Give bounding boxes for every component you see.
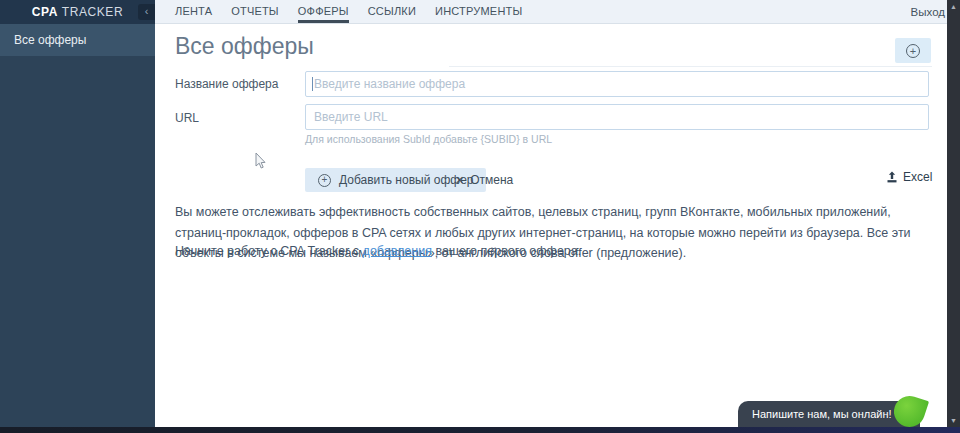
sidebar-item-all-offers[interactable]: Все офферы bbox=[0, 24, 155, 56]
tab-offery[interactable]: ОФФЕРЫ bbox=[298, 0, 349, 23]
cancel-label: Отмена bbox=[470, 173, 513, 187]
chat-widget[interactable]: Напишите нам, мы онлайн! jivo bbox=[738, 401, 920, 427]
chevron-left-icon: ‹ bbox=[145, 5, 149, 17]
plus-circle-icon: + bbox=[318, 174, 331, 187]
scroll-up-icon[interactable]: ▲ bbox=[947, 3, 960, 10]
add-offer-link[interactable]: добавления bbox=[363, 244, 432, 258]
logo-rest: TRACKER bbox=[58, 5, 123, 19]
start-text-after: вашего первого оффера. bbox=[432, 244, 581, 258]
tab-label: ОФФЕРЫ bbox=[298, 5, 349, 17]
tab-label: ССЫЛКИ bbox=[368, 5, 416, 17]
offer-name-label: Название оффера bbox=[175, 77, 278, 91]
tab-instrumenty[interactable]: ИНСТРУМЕНТЫ bbox=[435, 0, 522, 23]
sidebar: CPA TRACKER ‹ Все офферы bbox=[0, 0, 155, 427]
sidebar-collapse-button[interactable]: ‹ bbox=[138, 4, 155, 20]
app-logo: CPA TRACKER bbox=[32, 5, 124, 19]
sidebar-item-label: Все офферы bbox=[14, 33, 86, 47]
tab-lenta[interactable]: ЛЕНТА bbox=[175, 0, 212, 23]
add-offer-button[interactable]: + bbox=[895, 38, 931, 63]
window-bottom-edge bbox=[0, 427, 960, 433]
url-label: URL bbox=[175, 111, 199, 125]
close-icon: ✕ bbox=[455, 174, 464, 187]
scroll-down-icon[interactable]: ▼ bbox=[947, 417, 960, 424]
url-input[interactable] bbox=[305, 104, 929, 130]
app-window: CPA TRACKER ‹ Все офферы ЛЕНТА ОТЧЕТЫ ОФ… bbox=[0, 0, 960, 433]
submit-label: Добавить новый оффер bbox=[339, 173, 473, 187]
offer-name-input[interactable] bbox=[305, 71, 929, 97]
divider-line bbox=[449, 66, 932, 67]
start-line: Начните работу с CPA Tracker с добавлени… bbox=[175, 244, 581, 258]
sidebar-header: CPA TRACKER ‹ bbox=[0, 0, 155, 24]
tab-label: ИНСТРУМЕНТЫ bbox=[435, 5, 522, 17]
logo-bold: CPA bbox=[32, 5, 58, 19]
tab-ssylki[interactable]: ССЫЛКИ bbox=[368, 0, 416, 23]
tab-label: ЛЕНТА bbox=[175, 5, 212, 17]
chat-message: Напишите нам, мы онлайн! bbox=[752, 408, 892, 420]
tab-otchety[interactable]: ОТЧЕТЫ bbox=[231, 0, 279, 23]
page-title: Все офферы bbox=[175, 33, 314, 60]
subid-hint: Для использования SubId добавьте {SUBID}… bbox=[305, 133, 552, 145]
upload-icon bbox=[886, 171, 898, 183]
text-caret bbox=[312, 77, 313, 91]
vertical-scrollbar[interactable]: ▲ ▼ bbox=[947, 0, 960, 433]
tab-label: ОТЧЕТЫ bbox=[231, 5, 279, 17]
start-text-before: Начните работу с CPA Tracker с bbox=[175, 244, 363, 258]
cancel-button[interactable]: ✕ Отмена bbox=[455, 168, 513, 192]
plus-circle-icon: + bbox=[906, 44, 920, 58]
excel-export-button[interactable]: Excel bbox=[886, 170, 932, 184]
excel-label: Excel bbox=[903, 170, 932, 184]
logout-link[interactable]: Выход bbox=[911, 0, 945, 24]
top-nav: ЛЕНТА ОТЧЕТЫ ОФФЕРЫ ССЫЛКИ ИНСТРУМЕНТЫ bbox=[155, 0, 947, 24]
